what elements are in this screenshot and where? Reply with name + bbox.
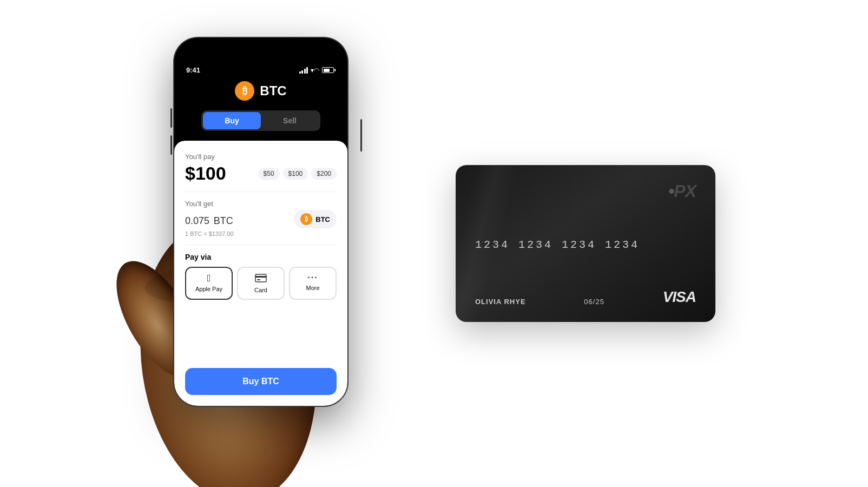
pay-row: $100 $50 $100 $200 <box>185 163 337 192</box>
more-icon: ··· <box>307 273 318 282</box>
get-row: 0.075 BTC ₿ BTC <box>185 210 337 228</box>
signal-icon <box>299 67 308 74</box>
apple-pay-label: Apple Pay <box>195 286 222 292</box>
quick-amount-100[interactable]: $100 <box>283 168 308 180</box>
credit-card: •PX 1234 1234 1234 1234 OLIVIA RHYE 06/2… <box>456 165 715 322</box>
btc-label: BTC <box>260 83 286 98</box>
card-bottom: OLIVIA RHYE 06/25 VISA <box>475 288 696 306</box>
more-label: More <box>306 285 319 291</box>
exchange-rate: 1 BTC = $1337.00 <box>185 231 337 237</box>
btc-header: ₿ BTC <box>235 81 286 101</box>
scene: 9:41 ▾◠ <box>0 0 868 487</box>
btc-selector-label: BTC <box>315 215 330 223</box>
btc-mini-icon: ₿ <box>300 213 312 225</box>
you-get-label: You'll get <box>185 200 337 208</box>
phone-screen: 9:41 ▾◠ <box>174 38 347 406</box>
screen-content: ₿ BTC Buy Sell You'll pay $100 <box>174 81 347 406</box>
sell-tab[interactable]: Sell <box>261 112 319 129</box>
volume-up-button <box>170 108 172 128</box>
wifi-icon: ▾◠ <box>311 67 319 74</box>
card-number: 1234 1234 1234 1234 <box>475 239 696 251</box>
pay-via-label: Pay via <box>185 253 337 261</box>
get-section: You'll get 0.075 BTC ₿ <box>185 200 337 245</box>
px-logo: •PX <box>668 181 696 201</box>
pay-option-more[interactable]: ··· More <box>289 267 337 300</box>
card-holder: OLIVIA RHYE <box>475 298 526 306</box>
pay-amount[interactable]: $100 <box>185 163 226 184</box>
buy-sell-toggle[interactable]: Buy Sell <box>201 110 320 131</box>
battery-icon <box>322 67 336 73</box>
quick-amount-200[interactable]: $200 <box>311 168 337 180</box>
svg-rect-9 <box>257 279 260 280</box>
phone-frame: 9:41 ▾◠ <box>174 38 347 406</box>
card-section: •PX 1234 1234 1234 1234 OLIVIA RHYE 06/2… <box>456 165 715 322</box>
get-amount-display: 0.075 BTC <box>185 210 233 228</box>
status-bar: 9:41 ▾◠ <box>174 66 347 74</box>
visa-logo: VISA <box>663 288 696 306</box>
svg-rect-8 <box>255 276 266 278</box>
svg-rect-7 <box>255 274 266 282</box>
btc-coin-icon: ₿ <box>235 81 254 101</box>
dynamic-island <box>234 47 288 62</box>
apple-pay-icon:  <box>207 273 211 283</box>
card-expiry: 06/25 <box>584 298 604 306</box>
buy-btc-button[interactable]: Buy BTC <box>185 368 337 395</box>
power-button <box>360 119 362 152</box>
quick-amounts: $50 $100 $200 <box>258 168 337 180</box>
you-pay-label: You'll pay <box>185 153 337 161</box>
volume-down-button <box>170 135 172 155</box>
card-top: •PX <box>475 181 696 201</box>
card-label: Card <box>254 287 267 293</box>
card-icon <box>255 273 267 284</box>
pay-option-card[interactable]: Card <box>237 267 285 300</box>
btc-currency-selector[interactable]: ₿ BTC <box>294 210 337 228</box>
get-amount: 0.075 BTC <box>185 210 233 227</box>
status-icons: ▾◠ <box>299 67 336 74</box>
status-time: 9:41 <box>186 66 200 74</box>
buy-tab[interactable]: Buy <box>203 112 261 129</box>
pay-options:  Apple Pay <box>185 267 337 300</box>
quick-amount-50[interactable]: $50 <box>258 168 280 180</box>
pay-option-apple-pay[interactable]:  Apple Pay <box>185 267 233 300</box>
payment-panel: You'll pay $100 $50 $100 $200 You'll get <box>174 141 347 406</box>
phone-wrapper: 9:41 ▾◠ <box>153 22 380 465</box>
